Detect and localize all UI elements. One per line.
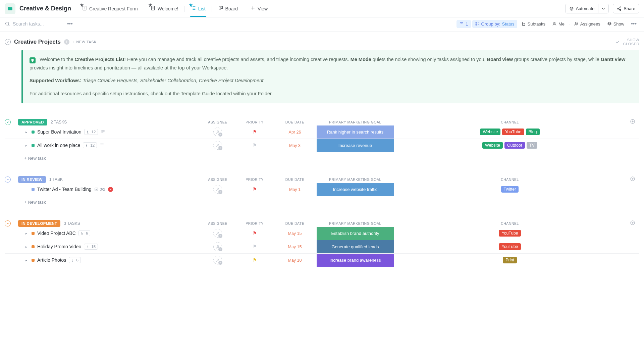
new-task-header-button[interactable]: + New task [73,40,97,44]
subtasks-button[interactable]: Subtasks [519,20,548,28]
goal-chip[interactable]: Generate qualified leads [317,240,394,253]
new-task-button[interactable]: + New task [5,196,639,205]
priority-flag-icon[interactable]: ⚑ [253,142,257,148]
assignee-placeholder[interactable] [213,185,222,194]
expand-caret[interactable]: ▸ [25,144,29,147]
col-goal[interactable]: Primary Marketing Goal [317,221,394,225]
subtask-count[interactable]: 15 [84,244,98,250]
task-row[interactable]: ▸Article Photos 6⚑May 10Increase brand a… [5,254,639,267]
goal-chip[interactable]: Increase revenue [317,139,394,152]
status-badge[interactable]: IN REVIEW [18,176,46,183]
channel-tag[interactable]: YouTube [499,243,521,250]
group-collapse-toggle[interactable] [5,119,11,125]
subtask-count[interactable]: 6 [78,230,90,236]
task-row[interactable]: Twitter Ad - Team Building 0/2⚑May 1Incr… [5,183,639,196]
task-row[interactable]: ▸All work in one place 12⚑May 3Increase … [5,139,639,152]
channel-tag[interactable]: Print [503,257,517,263]
due-date[interactable]: May 3 [289,143,301,148]
channel-tag[interactable]: TV [527,142,537,149]
col-assignee[interactable]: Assignee [199,221,236,225]
description-icon[interactable] [100,143,104,148]
col-priority[interactable]: Priority [236,177,273,182]
subtask-count[interactable]: 12 [83,142,97,148]
priority-flag-icon[interactable]: ⚑ [253,186,257,192]
due-date[interactable]: Apr 26 [289,130,301,135]
assignee-placeholder[interactable] [213,256,222,264]
col-channel[interactable]: Channel [394,120,626,124]
status-square[interactable] [32,259,35,262]
task-row[interactable]: ▸Super Bowl Invitation 12⚑Apr 26Rank hig… [5,125,639,139]
collapse-all-toggle[interactable] [5,39,11,45]
group-collapse-toggle[interactable] [5,176,11,183]
channel-tag[interactable]: Outdoor [504,142,525,149]
subtask-count[interactable]: 6 [69,257,80,263]
priority-flag-icon[interactable]: ⚑ [253,244,257,249]
workspace-title[interactable]: Creative & Design [19,5,71,12]
add-column-button[interactable] [626,176,639,183]
assignees-button[interactable]: Assignees [571,20,603,28]
goal-chip[interactable]: Increase website traffic [317,183,394,196]
goal-chip[interactable]: Establish brand authority [317,227,394,240]
col-due-date[interactable]: Due Date [273,120,317,124]
add-column-button[interactable] [626,119,639,125]
due-date[interactable]: May 10 [288,258,302,263]
me-button[interactable]: Me [549,20,567,28]
status-badge[interactable]: IN DEVELOPMENT [18,220,60,227]
checklist-count[interactable]: 0/2 [94,187,105,192]
assignee-placeholder[interactable] [213,229,222,238]
col-goal[interactable]: Primary Marketing Goal [317,177,394,182]
task-name[interactable]: Video Project ABC [37,231,76,236]
task-name[interactable]: All work in one place [37,143,80,148]
channel-tag[interactable]: Twitter [501,186,519,193]
due-date[interactable]: May 15 [288,245,302,249]
expand-caret[interactable]: ▸ [25,258,29,262]
assignee-placeholder[interactable] [213,128,222,136]
info-icon[interactable]: i [64,39,69,45]
col-channel[interactable]: Channel [394,177,626,182]
goal-chip[interactable]: Rank higher in search results [317,125,394,139]
priority-flag-icon[interactable]: ⚑ [253,129,257,135]
priority-flag-icon[interactable]: ⚑ [253,230,257,236]
add-column-button[interactable] [626,220,639,226]
filter-more-icon[interactable]: ••• [628,19,639,28]
col-due-date[interactable]: Due Date [273,221,317,225]
expand-caret[interactable]: ▸ [25,245,29,249]
priority-flag-icon[interactable]: ⚑ [253,257,257,263]
task-name[interactable]: Super Bowl Invitation [37,129,82,135]
search-input[interactable] [13,21,63,27]
channel-tag[interactable]: Blog [526,129,540,135]
view-tab-view[interactable]: View [246,3,272,14]
col-channel[interactable]: Channel [394,221,626,225]
task-name[interactable]: Twitter Ad - Team Building [37,187,92,192]
col-priority[interactable]: Priority [236,120,273,124]
assignee-placeholder[interactable] [213,141,222,150]
subtask-count[interactable]: 12 [84,129,98,135]
status-square[interactable] [32,144,35,147]
folder-icon[interactable] [5,3,15,14]
status-square[interactable] [32,188,35,191]
col-priority[interactable]: Priority [236,221,273,225]
goal-chip[interactable]: Increase brand awareness [317,254,394,267]
status-badge[interactable]: APPROVED [18,119,47,125]
view-tab-welcome-[interactable]: Welcome! [146,3,182,14]
assignee-placeholder[interactable] [213,242,222,251]
view-tab-list[interactable]: List [187,3,210,14]
due-date[interactable]: May 15 [288,231,302,236]
task-row[interactable]: ▸Holiday Promo Video 15⚑May 15Generate q… [5,240,639,254]
expand-caret[interactable]: ▸ [25,232,29,235]
automate-dropdown[interactable] [598,4,609,13]
status-square[interactable] [32,131,35,134]
col-assignee[interactable]: Assignee [199,177,236,182]
filter-button[interactable]: 1 [457,20,471,28]
channel-tag[interactable]: Website [482,142,503,149]
automate-button[interactable]: Automate [565,4,599,13]
status-square[interactable] [32,245,35,248]
show-button[interactable]: Show [604,20,627,28]
show-closed-button[interactable]: SHOW CLOSED [615,38,639,46]
task-name[interactable]: Holiday Promo Video [37,244,81,249]
task-row[interactable]: ▸Video Project ABC 6⚑May 15Establish bra… [5,227,639,240]
new-task-button[interactable]: + New task [5,152,639,161]
search-more-icon[interactable]: ••• [64,19,75,28]
channel-tag[interactable]: Website [480,129,500,135]
channel-tag[interactable]: YouTube [499,230,521,237]
